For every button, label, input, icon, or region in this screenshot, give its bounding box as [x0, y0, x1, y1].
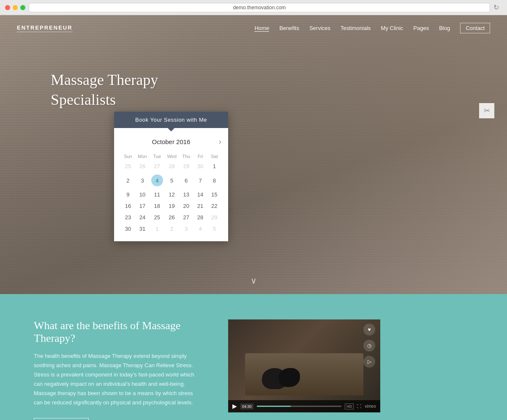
list-item[interactable]: 1 — [150, 223, 164, 235]
video-play-button[interactable]: ▶ — [232, 403, 237, 410]
video-player: ♥ ◷ ▷ ▶ 04:30 HD ⛶ vimeo — [228, 319, 380, 412]
tool-icon[interactable]: ✂ — [479, 103, 494, 118]
list-item[interactable]: 30 — [121, 223, 135, 235]
browser-chrome: demo.themovation.com ↻ — [0, 0, 507, 15]
benefits-title: What are the benefits of Massage Therapy… — [34, 319, 203, 345]
address-bar[interactable]: demo.themovation.com — [29, 3, 490, 12]
table-row: 30 31 1 2 3 4 5 — [121, 223, 221, 235]
hd-badge: HD — [345, 404, 354, 409]
nav-home[interactable]: Home — [254, 25, 269, 32]
video-progress-bar[interactable] — [257, 406, 342, 407]
list-item[interactable]: 29 — [207, 212, 221, 223]
table-row: 16 17 18 19 20 21 22 — [121, 200, 221, 212]
list-item[interactable]: 22 — [207, 200, 221, 212]
day-header-tue: Tue — [150, 152, 164, 161]
list-item[interactable]: 26 — [164, 212, 179, 223]
calendar-grid: Sun Mon Tue Wed Thu Fri Sat 25 26 — [121, 152, 221, 235]
list-item[interactable]: 20 — [179, 200, 194, 212]
navbar: ENTREPRENEUR Home Benefits Services Test… — [0, 15, 507, 41]
hero-section: ENTREPRENEUR Home Benefits Services Test… — [0, 15, 507, 294]
table-row: 2 3 4 5 6 7 8 — [121, 172, 221, 189]
list-item[interactable]: 2 — [121, 172, 135, 189]
content-area: ENTREPRENEUR Home Benefits Services Test… — [0, 15, 507, 420]
traffic-light-green[interactable] — [20, 5, 25, 10]
calendar-header: October 2016 › — [121, 138, 221, 145]
day-header-thu: Thu — [179, 152, 194, 161]
video-watchlater-button[interactable]: ◷ — [363, 340, 375, 352]
list-item[interactable]: 11 — [150, 189, 164, 200]
list-item[interactable]: 30 — [194, 161, 207, 172]
nav-blog[interactable]: Blog — [439, 25, 450, 31]
list-item[interactable]: 14 — [194, 189, 207, 200]
list-item[interactable]: 21 — [194, 200, 207, 212]
fullscreen-icon[interactable]: ⛶ — [357, 404, 361, 409]
nav-testimonials[interactable]: Testimonials — [341, 25, 371, 31]
list-item[interactable]: 6 — [179, 172, 194, 189]
list-item[interactable]: 27 — [179, 212, 194, 223]
list-item[interactable]: 25 — [150, 212, 164, 223]
nav-services[interactable]: Services — [309, 25, 330, 31]
list-item[interactable]: 1 — [207, 161, 221, 172]
list-item[interactable]: 15 — [207, 189, 221, 200]
calendar-day-headers: Sun Mon Tue Wed Thu Fri Sat — [121, 152, 221, 161]
list-item[interactable]: 17 — [135, 200, 150, 212]
nav-benefits[interactable]: Benefits — [279, 25, 299, 31]
list-item[interactable]: 28 — [194, 212, 207, 223]
hero-title: Massage Therapy Specialists — [51, 70, 158, 110]
list-item[interactable]: 19 — [164, 200, 179, 212]
list-item[interactable]: 12 — [164, 189, 179, 200]
benefits-body: The health benefits of Massage Therapy e… — [34, 352, 203, 408]
traffic-light-red[interactable] — [5, 5, 10, 10]
list-item[interactable]: 8 — [207, 172, 221, 189]
list-item[interactable]: 23 — [121, 212, 135, 223]
list-item[interactable]: 9 — [121, 189, 135, 200]
table-row: 23 24 25 26 27 28 29 — [121, 212, 221, 223]
traffic-light-yellow[interactable] — [13, 5, 18, 10]
list-item[interactable]: 5 — [164, 172, 179, 189]
calendar-next-button[interactable]: › — [219, 137, 221, 146]
browser-refresh[interactable]: ↻ — [493, 3, 502, 11]
list-item[interactable]: 5 — [207, 223, 221, 235]
list-item[interactable]: 16 — [121, 200, 135, 212]
list-item[interactable]: 3 — [179, 223, 194, 235]
meet-button[interactable]: Meet Maureen — [34, 418, 89, 420]
list-item[interactable]: 28 — [164, 161, 179, 172]
list-item[interactable]: 18 — [150, 200, 164, 212]
list-item[interactable]: 4 — [194, 223, 207, 235]
table-row: 9 10 11 12 13 14 15 — [121, 189, 221, 200]
list-item[interactable]: 27 — [150, 161, 164, 172]
list-item[interactable]: 31 — [135, 223, 150, 235]
day-header-mon: Mon — [135, 152, 150, 161]
day-header-sun: Sun — [121, 152, 135, 161]
video-like-button[interactable]: ♥ — [363, 324, 375, 335]
list-item[interactable]: 10 — [135, 189, 150, 200]
site-logo[interactable]: ENTREPRENEUR — [17, 25, 73, 32]
list-item[interactable]: 26 — [135, 161, 150, 172]
list-item[interactable]: 2 — [164, 223, 179, 235]
traffic-lights — [5, 5, 25, 10]
day-header-fri: Fri — [194, 152, 207, 161]
day-header-sat: Sat — [207, 152, 221, 161]
list-item[interactable]: 3 — [135, 172, 150, 189]
video-timestamp: 04:30 — [240, 404, 254, 409]
scroll-down-arrow[interactable]: ∨ — [251, 275, 257, 286]
list-item[interactable]: 7 — [194, 172, 207, 189]
booking-header-arrow — [168, 128, 174, 131]
list-item[interactable]: 25 — [121, 161, 135, 172]
nav-my-clinic[interactable]: My Clinic — [381, 25, 403, 31]
nav-pages[interactable]: Pages — [413, 25, 429, 31]
list-item[interactable]: 24 — [135, 212, 150, 223]
list-item[interactable]: 13 — [179, 189, 194, 200]
hero-text: Massage Therapy Specialists — [51, 70, 158, 110]
video-icons: ♥ ◷ ▷ — [363, 324, 375, 368]
benefits-section: What are the benefits of Massage Therapy… — [0, 294, 507, 420]
video-share-button[interactable]: ▷ — [363, 356, 375, 368]
benefits-text: What are the benefits of Massage Therapy… — [34, 319, 203, 420]
video-controls: ▶ 04:30 HD ⛶ vimeo — [228, 400, 380, 412]
calendar-today[interactable]: 4 — [150, 172, 164, 189]
nav-links: Home Benefits Services Testimonials My C… — [254, 23, 490, 33]
vimeo-logo: vimeo — [365, 404, 376, 409]
booking-header: Book Your Session with Me — [114, 112, 228, 128]
list-item[interactable]: 29 — [179, 161, 194, 172]
nav-contact[interactable]: Contact — [460, 23, 490, 33]
